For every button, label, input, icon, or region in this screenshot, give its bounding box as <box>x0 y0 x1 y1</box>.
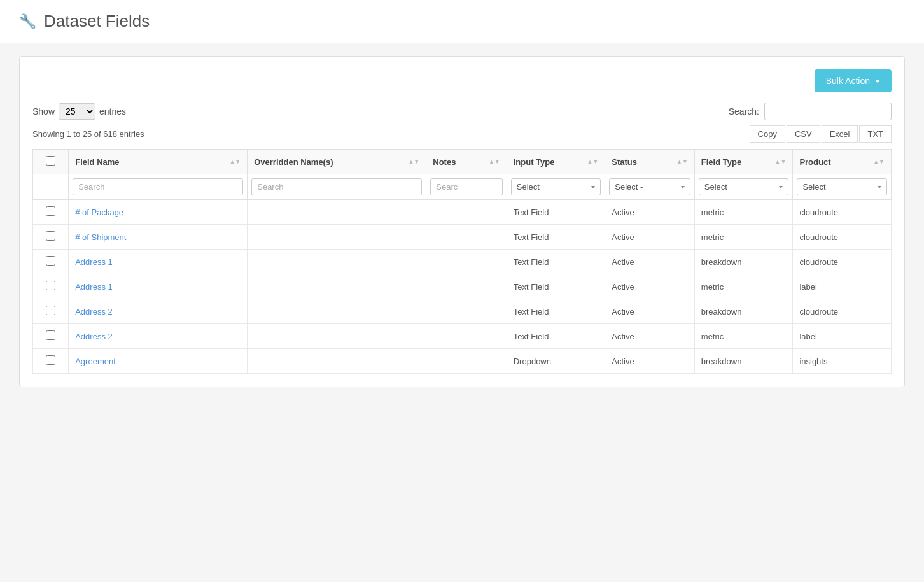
field-name-link-0[interactable]: # of Package <box>75 208 123 217</box>
row-notes-1 <box>426 225 507 250</box>
field-name-sort-icon: ▲▼ <box>229 160 241 164</box>
table-header-row: Field Name ▲▼ Overridden Name(s) ▲▼ Note… <box>33 150 892 174</box>
row-field-type-4: breakdown <box>694 299 793 324</box>
filter-product-col: Select <box>793 174 892 200</box>
row-product-5: label <box>793 324 892 349</box>
table-row: # of Package Text Field Active metric cl… <box>33 200 892 225</box>
table-controls-top: Show 10 25 50 100 entries Search: <box>32 103 892 120</box>
row-input-type-2: Text Field <box>507 250 605 274</box>
show-entries-select[interactable]: 10 25 50 100 <box>59 103 95 120</box>
row-product-1: cloudroute <box>793 225 892 250</box>
row-status-3: Active <box>605 274 695 299</box>
search-label: Search: <box>729 106 759 117</box>
row-checkbox-cell <box>33 250 69 274</box>
filter-status-col: Select - <box>605 174 695 200</box>
row-product-2: cloudroute <box>793 250 892 274</box>
filter-input-type-select[interactable]: Select <box>511 178 601 195</box>
table-info-row: Showing 1 to 25 of 618 entries Copy CSV … <box>32 125 892 143</box>
row-checkbox-cell <box>33 274 69 299</box>
show-label: Show <box>32 106 55 117</box>
export-buttons: Copy CSV Excel TXT <box>750 125 892 143</box>
row-status-2: Active <box>605 250 695 274</box>
copy-button[interactable]: Copy <box>750 125 785 143</box>
row-field-type-3: metric <box>694 274 793 299</box>
header-notes[interactable]: Notes ▲▼ <box>426 150 507 174</box>
row-overridden-5 <box>248 324 426 349</box>
header-field-type[interactable]: Field Type ▲▼ <box>694 150 793 174</box>
row-overridden-2 <box>248 250 426 274</box>
filter-field-name-input[interactable] <box>73 178 243 195</box>
product-filter-caret-icon <box>878 186 881 188</box>
header-product[interactable]: Product ▲▼ <box>793 150 892 174</box>
header-input-type[interactable]: Input Type ▲▼ <box>507 150 605 174</box>
global-search-input[interactable] <box>764 103 892 120</box>
filter-product-select[interactable]: Select <box>797 178 887 195</box>
row-checkbox-5[interactable] <box>46 330 55 340</box>
row-notes-3 <box>426 274 507 299</box>
row-status-4: Active <box>605 299 695 324</box>
row-checkbox-0[interactable] <box>46 206 55 216</box>
table-row: Address 2 Text Field Active breakdown cl… <box>33 299 892 324</box>
field-type-filter-caret-icon <box>779 186 783 188</box>
filter-field-type-select[interactable]: Select <box>699 178 789 195</box>
table-body: # of Package Text Field Active metric cl… <box>33 200 892 374</box>
row-checkbox-1[interactable] <box>46 231 55 241</box>
header-status[interactable]: Status ▲▼ <box>605 150 695 174</box>
select-all-checkbox[interactable] <box>46 156 55 166</box>
header-overridden-name[interactable]: Overridden Name(s) ▲▼ <box>248 150 426 174</box>
row-checkbox-6[interactable] <box>46 355 55 365</box>
row-input-type-5: Text Field <box>507 324 605 349</box>
table-row: Address 1 Text Field Active metric label <box>33 274 892 299</box>
input-type-sort-icon: ▲▼ <box>587 160 598 164</box>
input-type-filter-caret-icon <box>591 186 595 188</box>
row-overridden-6 <box>248 349 426 374</box>
row-notes-4 <box>426 299 507 324</box>
show-entries-control: Show 10 25 50 100 entries <box>32 103 126 120</box>
row-field-name-3: Address 1 <box>69 274 248 299</box>
filter-notes-input[interactable] <box>430 178 502 195</box>
field-name-link-4[interactable]: Address 2 <box>75 307 113 316</box>
entries-info: Showing 1 to 25 of 618 entries <box>32 129 144 139</box>
table-row: Agreement Dropdown Active breakdown insi… <box>33 349 892 374</box>
wrench-icon: 🔧 <box>19 13 36 30</box>
row-field-name-4: Address 2 <box>69 299 248 324</box>
page-title: Dataset Fields <box>44 11 150 31</box>
row-checkbox-cell <box>33 324 69 349</box>
filter-overridden-input[interactable] <box>251 178 422 195</box>
status-sort-icon: ▲▼ <box>676 160 688 164</box>
row-field-name-2: Address 1 <box>69 250 248 274</box>
row-field-name-1: # of Shipment <box>69 225 248 250</box>
row-input-type-4: Text Field <box>507 299 605 324</box>
row-overridden-3 <box>248 274 426 299</box>
field-name-link-6[interactable]: Agreement <box>75 357 116 366</box>
excel-button[interactable]: Excel <box>822 125 858 143</box>
filter-input-type-col: Select <box>507 174 605 200</box>
row-status-0: Active <box>605 200 695 225</box>
row-checkbox-2[interactable] <box>46 256 55 266</box>
row-checkbox-3[interactable] <box>46 281 55 290</box>
entries-label: entries <box>99 106 126 117</box>
filter-field-type-col: Select <box>694 174 793 200</box>
field-name-link-5[interactable]: Address 2 <box>75 332 113 341</box>
row-checkbox-cell <box>33 299 69 324</box>
main-content: Bulk Action Show 10 25 50 100 entries Se… <box>0 43 924 400</box>
row-input-type-6: Dropdown <box>507 349 605 374</box>
field-name-link-2[interactable]: Address 1 <box>75 257 113 267</box>
product-sort-icon: ▲▼ <box>873 160 885 164</box>
dataset-fields-card: Bulk Action Show 10 25 50 100 entries Se… <box>19 56 905 387</box>
row-overridden-4 <box>248 299 426 324</box>
header-field-name[interactable]: Field Name ▲▼ <box>69 150 248 174</box>
overridden-name-sort-icon: ▲▼ <box>408 160 419 164</box>
txt-button[interactable]: TXT <box>859 125 892 143</box>
row-checkbox-4[interactable] <box>46 306 55 315</box>
row-input-type-0: Text Field <box>507 200 605 225</box>
csv-button[interactable]: CSV <box>787 125 820 143</box>
global-search-bar: Search: <box>729 103 892 120</box>
field-name-link-1[interactable]: # of Shipment <box>75 232 126 242</box>
filter-status-select[interactable]: Select - <box>609 178 690 195</box>
dataset-fields-table: Field Name ▲▼ Overridden Name(s) ▲▼ Note… <box>32 149 892 374</box>
bulk-action-button[interactable]: Bulk Action <box>815 69 892 92</box>
field-name-link-3[interactable]: Address 1 <box>75 282 113 292</box>
row-field-name-6: Agreement <box>69 349 248 374</box>
row-field-type-2: breakdown <box>694 250 793 274</box>
